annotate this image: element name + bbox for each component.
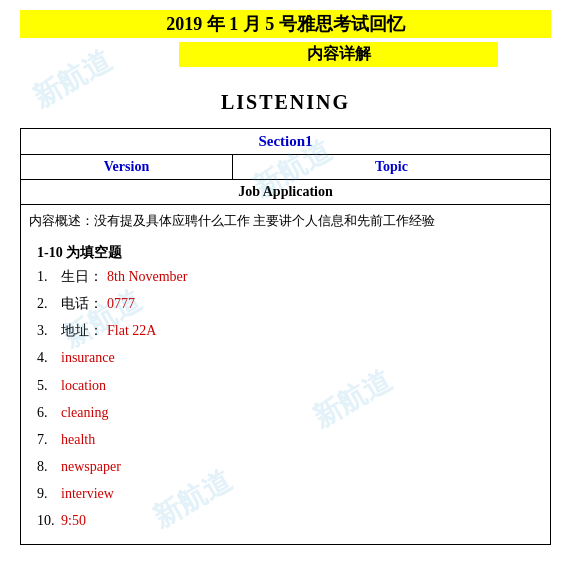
page-container: 新航道 新航道 新航道 新航道 新航道 2019 年 1 月 5 号雅思考试回忆…	[0, 0, 571, 565]
listening-heading: LISTENING	[20, 91, 551, 114]
section-header-cell: Section1	[21, 129, 551, 155]
section-header-row: Section1	[21, 129, 551, 155]
job-application-row: Job Application	[21, 180, 551, 205]
answer-item-5: 5. location	[37, 373, 534, 398]
answer-item-3: 3. 地址： Flat 22A	[37, 318, 534, 343]
description-text: 内容概述：没有提及具体应聘什么工作 主要讲个人信息和先前工作经验	[29, 211, 542, 232]
answer-item-6: 6. cleaning	[37, 400, 534, 425]
main-table: Section1 Version Topic Job Application 内…	[20, 128, 551, 545]
answers-container: 1-10 为填空题 1. 生日： 8th November 2. 电话： 077…	[29, 238, 542, 544]
title-main: 2019 年 1 月 5 号雅思考试回忆	[20, 10, 551, 38]
answer-item-2: 2. 电话： 0777	[37, 291, 534, 316]
answer-item-10: 10. 9:50	[37, 508, 534, 533]
answer-item-1: 1. 生日： 8th November	[37, 264, 534, 289]
answer-item-8: 8. newspaper	[37, 454, 534, 479]
job-application-cell: Job Application	[21, 180, 551, 205]
answer-item-4: 4. insurance	[37, 345, 534, 370]
answer-item-9: 9. interview	[37, 481, 534, 506]
description-cell: 内容概述：没有提及具体应聘什么工作 主要讲个人信息和先前工作经验 1-10 为填…	[21, 205, 551, 545]
title-sub: 内容详解	[179, 42, 498, 67]
fill-title: 1-10 为填空题	[37, 244, 534, 262]
version-header: Version	[21, 155, 233, 180]
topic-header: Topic	[233, 155, 551, 180]
column-header-row: Version Topic	[21, 155, 551, 180]
answer-item-7: 7. health	[37, 427, 534, 452]
content-row: 内容概述：没有提及具体应聘什么工作 主要讲个人信息和先前工作经验 1-10 为填…	[21, 205, 551, 545]
